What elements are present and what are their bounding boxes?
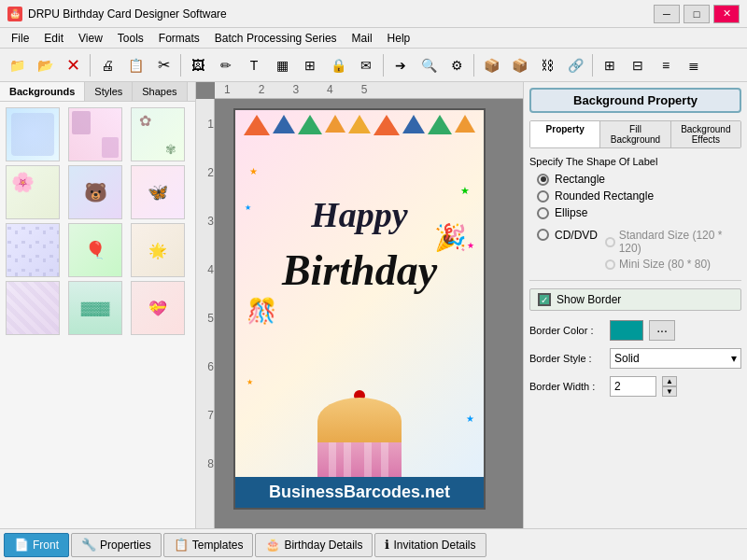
show-border-row[interactable]: Show Border (529, 288, 741, 311)
triangle-red (244, 115, 270, 135)
triangle-orange2 (455, 115, 475, 133)
cd-size-options: Standard Size (120 * 120) Mini Size (80 … (605, 229, 741, 271)
menu-help[interactable]: Help (380, 30, 418, 47)
cd-standard: Standard Size (120 * 120) (605, 229, 741, 255)
list-item[interactable]: 🌸 (6, 165, 60, 219)
border-style-label: Border Style : (529, 353, 604, 364)
popper-right: 🎉 (434, 222, 467, 253)
front-label: Front (33, 539, 59, 552)
ruler-left: 1 2 3 4 5 6 7 8 (196, 99, 215, 528)
cd-section: CD/DVD Standard Size (120 * 120) Mini Si… (529, 227, 741, 271)
invitation-details-icon: ℹ (385, 538, 389, 552)
border-width-input[interactable]: 2 (610, 376, 656, 397)
tb-grid2[interactable]: ⊟ (625, 52, 651, 78)
border-color-label: Border Color : (529, 325, 604, 336)
tab-shapes[interactable]: Shapes (133, 82, 187, 101)
tab-styles[interactable]: Styles (85, 82, 133, 101)
cd-mini-indicator[interactable] (605, 259, 615, 270)
toolbar-sep-4 (473, 54, 474, 77)
tb-cut[interactable]: ✂ (150, 52, 176, 78)
radio-ellipse[interactable]: Ellipse (537, 206, 741, 219)
border-width-up[interactable]: ▲ (662, 376, 677, 386)
radio-rectangle-indicator (537, 174, 549, 186)
tb-pkg2[interactable]: 📦 (506, 52, 532, 78)
menu-edit[interactable]: Edit (36, 30, 71, 47)
tb-text[interactable]: T (241, 52, 267, 78)
menu-mail[interactable]: Mail (345, 30, 380, 47)
toolbar-sep-3 (383, 54, 384, 77)
tb-settings[interactable]: ⚙ (444, 52, 470, 78)
tb-draw[interactable]: ✏ (213, 52, 239, 78)
list-item[interactable]: ✿ ✾ (131, 107, 185, 161)
menu-formats[interactable]: Formats (151, 30, 207, 47)
star-deco: ★ (249, 166, 258, 176)
border-style-row: Border Style : Solid ▾ (529, 348, 741, 369)
tb-new[interactable]: 📁 (4, 52, 30, 78)
list-item[interactable] (6, 107, 60, 161)
menu-tools[interactable]: Tools (110, 30, 151, 47)
templates-icon: 📋 (174, 538, 189, 552)
tb-barcode[interactable]: ▦ (269, 52, 295, 78)
radio-rounded-rect[interactable]: Rounded Rectangle (537, 189, 741, 203)
border-color-swatch[interactable] (610, 320, 643, 341)
tb-lock[interactable]: 🔒 (325, 52, 351, 78)
tb-pkg1[interactable]: 📦 (478, 52, 504, 78)
tb-print[interactable]: 🖨 (94, 52, 120, 78)
tb-image[interactable]: 🖼 (185, 52, 211, 78)
card-canvas: ★ ★ ★ ★ ★ ★ 🎉 🎊 Happy Birthday (233, 108, 486, 510)
tb-close[interactable]: ✕ (60, 52, 86, 78)
ruler-top: 1 2 3 4 5 (215, 82, 523, 99)
close-button[interactable]: ✕ (713, 5, 740, 23)
triangle-blue2 (402, 115, 425, 133)
border-style-select[interactable]: Solid ▾ (610, 348, 741, 369)
list-item[interactable]: 🐻 (68, 165, 122, 219)
menu-view[interactable]: View (71, 30, 110, 47)
tb-align1[interactable]: ≡ (653, 52, 679, 78)
menu-file[interactable]: File (4, 30, 36, 47)
list-item[interactable]: 🌟 (131, 223, 185, 277)
list-item[interactable]: 🦋 (131, 165, 185, 219)
list-item[interactable] (6, 223, 60, 277)
tab-property[interactable]: Property (530, 121, 600, 147)
tb-zoom[interactable]: 🔍 (416, 52, 442, 78)
list-item[interactable] (68, 107, 122, 161)
tb-align2[interactable]: ≣ (681, 52, 707, 78)
tb-copy[interactable]: 📋 (122, 52, 148, 78)
bottom-front-button[interactable]: 📄 Front (4, 533, 69, 557)
triangle-yellow (348, 115, 371, 133)
tb-link1[interactable]: ⛓ (534, 52, 560, 78)
tab-backgrounds[interactable]: Backgrounds (0, 82, 85, 101)
tab-background-effects[interactable]: Background Effects (671, 121, 740, 147)
property-tabs: Property Fill Background Background Effe… (529, 120, 741, 148)
radio-rectangle[interactable]: Rectangle (537, 173, 741, 186)
shape-options: Rectangle Rounded Rectangle Ellipse (529, 173, 741, 219)
bottom-birthday-details-button[interactable]: 🎂 Birthday Details (255, 533, 373, 557)
tb-link2[interactable]: 🔗 (562, 52, 588, 78)
list-item[interactable]: ▓▓▓ (68, 281, 122, 335)
maximize-button[interactable]: □ (684, 5, 710, 23)
border-width-row: Border Width : 2 ▲ ▼ (529, 376, 741, 397)
list-item[interactable]: 💝 (131, 281, 185, 335)
cd-standard-indicator[interactable] (605, 237, 615, 247)
tb-grid1[interactable]: ⊞ (597, 52, 623, 78)
bottom-properties-button[interactable]: 🔧 Properties (71, 533, 162, 557)
tb-mail[interactable]: ✉ (353, 52, 379, 78)
menu-batch[interactable]: Batch Processing Series (207, 30, 345, 47)
radio-cd[interactable]: CD/DVD (537, 227, 598, 242)
triangle-red2 (374, 115, 400, 135)
list-item[interactable]: 🎈 (68, 223, 122, 277)
show-border-checkbox[interactable] (538, 293, 551, 306)
minimize-button[interactable]: ─ (654, 5, 680, 23)
tab-fill-background[interactable]: Fill Background (600, 121, 670, 147)
tb-qr[interactable]: ⊞ (297, 52, 323, 78)
list-item[interactable] (6, 281, 60, 335)
banner-decoration (235, 110, 484, 185)
tb-arrow[interactable]: ➔ (388, 52, 414, 78)
border-color-picker-button[interactable]: ··· (649, 320, 675, 341)
radio-rounded-rect-label: Rounded Rectangle (555, 189, 654, 203)
watermark: BusinessBarcodes.net (235, 477, 484, 508)
border-width-down[interactable]: ▼ (662, 386, 677, 397)
bottom-invitation-details-button[interactable]: ℹ Invitation Details (374, 533, 486, 557)
tb-open[interactable]: 📂 (32, 52, 58, 78)
bottom-templates-button[interactable]: 📋 Templates (163, 533, 254, 557)
